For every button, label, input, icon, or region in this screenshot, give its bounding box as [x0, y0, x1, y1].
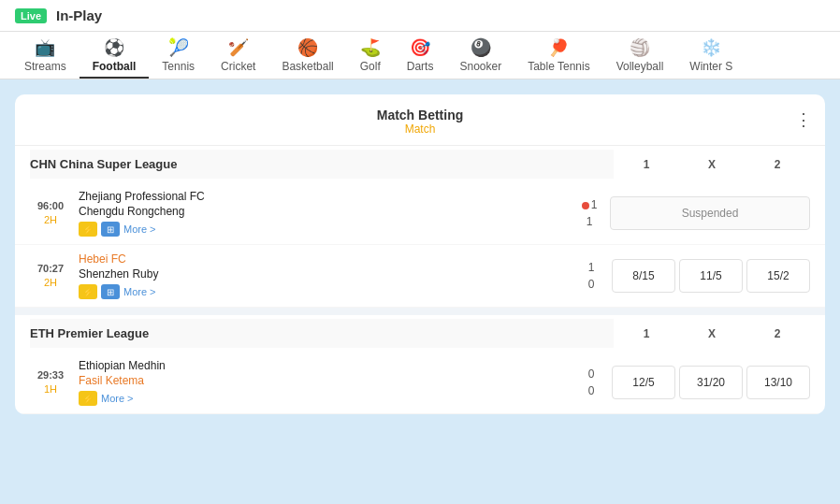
score2-ethiopian: 0: [578, 382, 604, 399]
nav-item-cricket[interactable]: 🏏 Cricket: [208, 32, 268, 79]
nav-label-football: Football: [93, 60, 137, 73]
suspended-badge: Suspended: [610, 196, 810, 230]
more-link-zhejiang[interactable]: More >: [123, 223, 156, 235]
eth-col-2: 2: [745, 327, 810, 340]
card-title: Match Betting: [30, 108, 810, 122]
nav-label-golf: Golf: [360, 60, 381, 73]
live-dot: [582, 202, 589, 209]
nav-item-tennis[interactable]: 🎾 Tennis: [149, 32, 208, 79]
period-value: 2H: [30, 213, 71, 227]
nav-label-table-tennis: Table Tennis: [528, 60, 590, 73]
nav-item-football[interactable]: ⚽ Football: [80, 32, 150, 79]
score1-ethiopian: 0: [578, 366, 604, 382]
card-subtitle: Match: [30, 122, 810, 136]
page-title: In-Play: [56, 7, 102, 23]
nav-item-snooker[interactable]: 🎱 Snooker: [446, 32, 514, 79]
odds-2-hebei[interactable]: 15/2: [746, 259, 810, 293]
card-menu-button[interactable]: ⋮: [795, 109, 812, 130]
lightning-icon: ⚡: [79, 222, 97, 237]
nav-label-streams: Streams: [24, 60, 66, 73]
snooker-icon: 🎱: [471, 39, 491, 56]
odds-x-hebei[interactable]: 11/5: [679, 259, 743, 293]
time-value-ethiopian: 29:33: [30, 368, 71, 382]
nav-item-golf[interactable]: ⛳ Golf: [347, 32, 394, 79]
winter-icon: ❄️: [701, 39, 721, 56]
tennis-icon: 🎾: [168, 39, 189, 56]
nav-label-tennis: Tennis: [162, 60, 195, 73]
nav-label-snooker: Snooker: [459, 60, 501, 73]
nav-bar: 📺 Streams ⚽ Football 🎾 Tennis 🏏 Cricket …: [0, 32, 840, 79]
odds-1-hebei[interactable]: 8/15: [612, 259, 675, 293]
nav-item-basketball[interactable]: 🏀 Basketball: [268, 32, 346, 79]
live-badge: Live: [15, 8, 47, 23]
table-tennis-icon: 🏓: [548, 39, 569, 56]
odds-2-ethiopian[interactable]: 13/10: [746, 366, 810, 399]
team2-zhejiang: Chengdu Rongcheng: [79, 205, 569, 218]
football-icon: ⚽: [104, 39, 124, 56]
match-icons-ethiopian: ⚡ More >: [79, 391, 571, 406]
eth-col-1: 1: [614, 327, 679, 340]
betting-card: Match Betting Match ⋮ CHN China Super Le…: [15, 94, 825, 414]
odds-ethiopian: 12/5 31/20 13/10: [612, 366, 810, 399]
section-divider: [15, 308, 825, 315]
time-value: 96:00: [30, 199, 71, 213]
score1-hebei: 1: [578, 259, 604, 276]
chn-league-name: CHN China Super League: [30, 150, 614, 179]
eth-league-name: ETH Premier League: [30, 319, 614, 348]
match-time-ethiopian: 29:33 1H: [30, 368, 71, 397]
more-link-hebei[interactable]: More >: [123, 286, 156, 297]
period-value-ethiopian: 1H: [30, 382, 71, 396]
lightning-icon-ethiopian: ⚡: [79, 391, 97, 406]
nav-label-cricket: Cricket: [221, 60, 255, 73]
nav-label-basketball: Basketball: [282, 60, 333, 73]
score-zhejiang: 1 1: [576, 196, 602, 230]
team2-hebei: Shenzhen Ruby: [79, 267, 571, 281]
header: Live In-Play: [0, 0, 840, 32]
darts-icon: 🎯: [410, 39, 430, 56]
nav-item-streams[interactable]: 📺 Streams: [11, 32, 80, 79]
match-row-ethiopian: 29:33 1H Ethiopian Medhin Fasil Ketema ⚡…: [15, 352, 825, 414]
score-ethiopian: 0 0: [578, 366, 604, 399]
chn-cols-header: CHN China Super League 1 X 2: [15, 146, 825, 182]
score2-zhejiang: 1: [576, 213, 602, 230]
match-teams-hebei: Hebei FC Shenzhen Ruby ⚡ ⊞ More >: [79, 252, 571, 299]
basketball-icon: 🏀: [297, 39, 318, 56]
team2-ethiopian: Fasil Ketema: [79, 374, 571, 387]
nav-item-volleyball[interactable]: 🏐 Volleyball: [603, 32, 677, 79]
chn-col-x: X: [679, 158, 745, 171]
odds-1-ethiopian[interactable]: 12/5: [612, 366, 675, 399]
match-icons-zhejiang: ⚡ ⊞ More >: [79, 222, 569, 237]
eth-cols-header: ETH Premier League 1 X 2: [15, 315, 825, 352]
time-value-hebei: 70:27: [30, 262, 71, 276]
nav-label-winter: Winter S: [689, 60, 732, 73]
main-content: Match Betting Match ⋮ CHN China Super Le…: [0, 79, 840, 429]
grid-icon-hebei: ⊞: [101, 284, 120, 299]
score-hebei: 1 0: [578, 259, 604, 293]
nav-item-table-tennis[interactable]: 🏓 Table Tennis: [514, 32, 603, 79]
streams-icon: 📺: [35, 39, 55, 56]
golf-icon: ⛳: [360, 39, 381, 56]
match-icons-hebei: ⚡ ⊞ More >: [79, 284, 571, 299]
eth-col-x: X: [679, 327, 745, 340]
chn-col-1: 1: [614, 158, 679, 171]
more-link-ethiopian[interactable]: More >: [101, 393, 134, 404]
score1-zhejiang: 1: [576, 196, 602, 213]
nav-label-darts: Darts: [407, 60, 434, 73]
cricket-icon: 🏏: [228, 39, 249, 56]
odds-x-ethiopian[interactable]: 31/20: [679, 366, 743, 399]
match-row-zhejiang: 96:00 2H Zhejiang Professional FC Chengd…: [15, 182, 825, 245]
match-teams-zhejiang: Zhejiang Professional FC Chengdu Rongche…: [79, 190, 569, 237]
nav-item-winter[interactable]: ❄️ Winter S: [676, 32, 746, 79]
odds-hebei: 8/15 11/5 15/2: [612, 259, 810, 293]
league-chn: CHN China Super League 1 X 2 96:00 2H Zh…: [15, 146, 825, 308]
nav-label-volleyball: Volleyball: [616, 60, 664, 73]
period-value-hebei: 2H: [30, 276, 71, 290]
match-teams-ethiopian: Ethiopian Medhin Fasil Ketema ⚡ More >: [79, 359, 571, 406]
team1-hebei: Hebei FC: [79, 252, 571, 266]
grid-icon: ⊞: [101, 222, 120, 237]
match-time-hebei: 70:27 2H: [30, 262, 71, 291]
team1-zhejiang: Zhejiang Professional FC: [79, 190, 569, 203]
score2-hebei: 0: [578, 276, 604, 293]
match-row-hebei: 70:27 2H Hebei FC Shenzhen Ruby ⚡ ⊞ More…: [15, 245, 825, 308]
nav-item-darts[interactable]: 🎯 Darts: [394, 32, 447, 79]
